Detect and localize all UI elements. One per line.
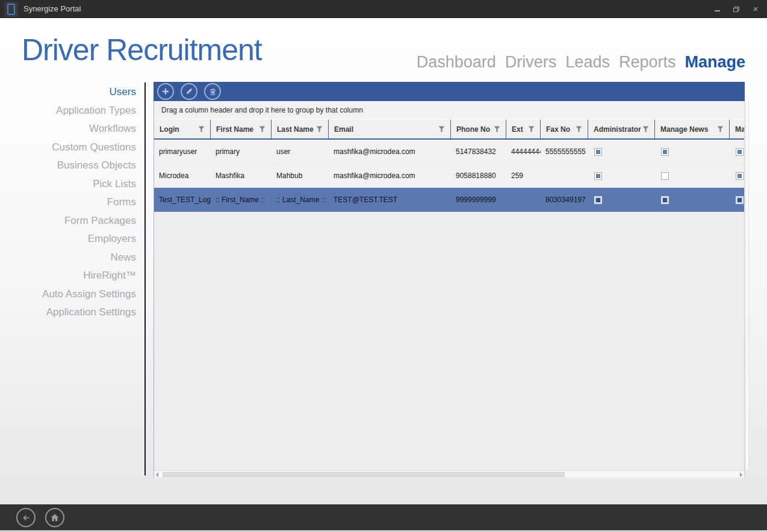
column-label: Administrator bbox=[594, 125, 641, 134]
ma-checkbox[interactable] bbox=[736, 172, 744, 180]
top-nav: DashboardDriversLeadsReportsManage bbox=[417, 53, 745, 72]
titlebar: Synergize Portal × bbox=[0, 0, 767, 18]
column-label: Email bbox=[334, 125, 353, 134]
cell-manage_news bbox=[655, 147, 730, 156]
sidebar-item-news[interactable]: News bbox=[0, 249, 136, 267]
cell-login: Microdea bbox=[154, 172, 211, 180]
cell-phone_no: 5147838432 bbox=[451, 147, 506, 156]
cell-ma bbox=[730, 196, 744, 204]
column-header-first-name[interactable]: First Name bbox=[211, 120, 272, 138]
trash-icon bbox=[208, 87, 217, 96]
sidebar-divider bbox=[144, 82, 146, 475]
column-header-last-name[interactable]: Last Name bbox=[272, 120, 329, 138]
filter-icon[interactable] bbox=[576, 126, 582, 132]
column-header-login[interactable]: Login bbox=[154, 120, 211, 138]
sidebar-item-forms[interactable]: Forms bbox=[0, 193, 136, 212]
sidebar-item-business-objects[interactable]: Business Objects bbox=[0, 156, 136, 175]
manage_news-checkbox[interactable] bbox=[661, 172, 669, 180]
column-label: Last Name bbox=[277, 125, 314, 134]
column-header-administrator[interactable]: Administrator bbox=[588, 120, 655, 138]
tab-manage[interactable]: Manage bbox=[685, 53, 745, 72]
sidebar-item-hireright[interactable]: HireRight™ bbox=[0, 267, 136, 285]
manage_news-checkbox[interactable] bbox=[661, 196, 669, 204]
minimize-icon[interactable] bbox=[713, 5, 721, 13]
column-header-fax-no[interactable]: Fax No bbox=[541, 120, 588, 138]
sidebar-item-auto-assign-settings[interactable]: Auto Assign Settings bbox=[0, 285, 136, 304]
sidebar-item-application-types[interactable]: Application Types bbox=[0, 102, 136, 120]
window-controls: × bbox=[713, 0, 760, 18]
filter-icon[interactable] bbox=[494, 126, 500, 132]
table-row[interactable]: Test_TEST_Login:: First_Name :::: Last_N… bbox=[154, 188, 744, 212]
filter-icon[interactable] bbox=[316, 126, 323, 132]
tab-reports[interactable]: Reports bbox=[619, 53, 676, 72]
pencil-icon bbox=[185, 87, 193, 96]
column-header-email[interactable]: Email bbox=[329, 120, 451, 138]
table-row[interactable]: MicrodeaMashfikaMahbubmashfika@microdea.… bbox=[154, 164, 744, 188]
sidebar-item-workflows[interactable]: Workflows bbox=[0, 120, 136, 138]
restore-icon[interactable] bbox=[732, 5, 741, 13]
cell-email: mashfika@microdea.com bbox=[329, 147, 451, 156]
sidebar-item-custom-questions[interactable]: Custom Questions bbox=[0, 138, 136, 157]
grid-toolbar bbox=[154, 82, 745, 101]
main-content: Driver Recruitment DashboardDriversLeads… bbox=[0, 18, 767, 504]
cell-ext: 259 bbox=[506, 172, 541, 180]
cell-first_name: primary bbox=[211, 147, 272, 156]
cell-fax_no: 8030349197 bbox=[541, 196, 588, 204]
page-title: Driver Recruitment bbox=[22, 32, 262, 67]
column-label: Login bbox=[160, 125, 179, 134]
cell-first_name: :: First_Name :: bbox=[211, 196, 272, 204]
filter-icon[interactable] bbox=[259, 126, 266, 132]
cell-administrator bbox=[588, 196, 655, 204]
manage_news-checkbox[interactable] bbox=[661, 148, 669, 156]
scroll-left-icon[interactable] bbox=[156, 472, 158, 477]
ma-checkbox[interactable] bbox=[736, 148, 744, 156]
filter-icon[interactable] bbox=[642, 126, 649, 132]
cell-administrator bbox=[588, 172, 655, 180]
tab-dashboard[interactable]: Dashboard bbox=[417, 53, 496, 72]
column-header-ma[interactable]: Ma bbox=[730, 120, 744, 138]
horizontal-scrollbar[interactable] bbox=[154, 470, 744, 478]
administrator-checkbox[interactable] bbox=[594, 196, 602, 204]
delete-button[interactable] bbox=[204, 83, 221, 100]
scroll-right-icon[interactable] bbox=[740, 472, 742, 477]
cell-phone_no: 9999999999 bbox=[451, 196, 506, 204]
cell-last_name: Mahbub bbox=[272, 172, 329, 180]
cell-login: Test_TEST_Login bbox=[154, 196, 211, 204]
filter-icon[interactable] bbox=[717, 126, 724, 132]
tab-leads[interactable]: Leads bbox=[565, 53, 610, 72]
home-button[interactable] bbox=[45, 508, 64, 527]
column-header-ext[interactable]: Ext bbox=[506, 120, 541, 138]
sidebar-item-application-settings[interactable]: Application Settings bbox=[0, 303, 136, 322]
tab-drivers[interactable]: Drivers bbox=[505, 53, 557, 72]
ma-checkbox[interactable] bbox=[736, 196, 744, 204]
column-header-manage-news[interactable]: Manage News bbox=[655, 120, 730, 138]
close-icon[interactable]: × bbox=[751, 5, 760, 13]
column-label: Phone No bbox=[456, 125, 490, 134]
vertical-scrollbar[interactable] bbox=[745, 101, 749, 469]
app-logo-icon bbox=[4, 2, 18, 17]
cell-email: TEST@TEST.TEST bbox=[329, 196, 451, 204]
scrollbar-thumb[interactable] bbox=[163, 472, 565, 477]
column-label: First Name bbox=[216, 125, 253, 134]
edit-button[interactable] bbox=[181, 83, 197, 100]
column-label: Ma bbox=[735, 125, 744, 134]
add-button[interactable] bbox=[157, 83, 174, 100]
back-button[interactable] bbox=[16, 508, 36, 527]
filter-icon[interactable] bbox=[438, 126, 445, 132]
cell-login: primaryuser bbox=[154, 147, 211, 156]
sidebar-item-form-packages[interactable]: Form Packages bbox=[0, 212, 136, 230]
table-row[interactable]: primaryuserprimaryusermashfika@microdea.… bbox=[154, 140, 744, 164]
administrator-checkbox[interactable] bbox=[594, 148, 602, 156]
group-by-drop-zone[interactable]: Drag a column header and drop it here to… bbox=[154, 101, 744, 120]
cell-ma bbox=[730, 147, 744, 156]
grid-body: primaryuserprimaryusermashfika@microdea.… bbox=[154, 140, 744, 212]
administrator-checkbox[interactable] bbox=[594, 172, 602, 180]
cell-ext: 44444444 bbox=[506, 147, 541, 156]
filter-icon[interactable] bbox=[198, 126, 205, 132]
sidebar-item-employers[interactable]: Employers bbox=[0, 230, 136, 249]
cell-last_name: user bbox=[272, 147, 329, 156]
filter-icon[interactable] bbox=[528, 126, 535, 132]
column-header-phone-no[interactable]: Phone No bbox=[451, 120, 506, 138]
sidebar-item-users[interactable]: Users bbox=[0, 83, 136, 102]
sidebar-item-pick-lists[interactable]: Pick Lists bbox=[0, 175, 136, 194]
